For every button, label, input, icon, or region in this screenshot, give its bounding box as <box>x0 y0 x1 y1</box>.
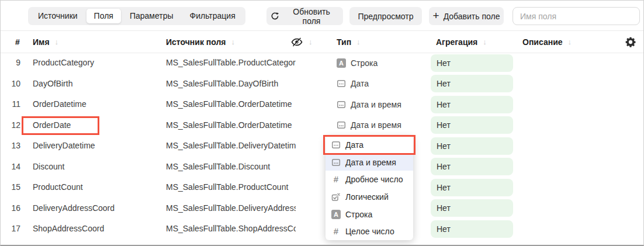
type-option-label: Дата и время <box>345 158 396 167</box>
date-type-icon <box>331 140 341 150</box>
field-name-cell[interactable]: Discount <box>33 157 64 178</box>
sort-icon[interactable]: ↓ <box>483 37 487 46</box>
refresh-fields-button[interactable]: Обновить поля <box>266 7 343 25</box>
type-option-string[interactable]: A Строка <box>326 206 413 223</box>
aggregation-cell[interactable]: Нет <box>431 137 513 155</box>
field-type-label: Строка <box>351 58 378 68</box>
field-name-cell[interactable]: DeliveryDatetime <box>33 136 95 157</box>
field-name-cell[interactable]: OrderDate <box>33 115 71 136</box>
tab-parameters[interactable]: Параметры <box>122 9 181 23</box>
row-number: 13 <box>9 136 20 157</box>
integer-type-icon: # <box>331 227 341 236</box>
type-option-label: Целое число <box>345 227 394 236</box>
sort-icon[interactable]: ↓ <box>309 37 313 46</box>
datetime-type-icon <box>337 120 346 130</box>
field-source-cell[interactable]: MS_SalesFullTable.DayOfBirth <box>166 74 296 95</box>
tab-fields[interactable]: Поля <box>86 9 121 23</box>
column-header-name: Имя ↓ <box>33 31 58 53</box>
aggregation-cell[interactable]: Нет <box>431 54 513 72</box>
field-name-input[interactable] <box>513 7 640 25</box>
eye-crossed-icon[interactable] <box>290 36 303 48</box>
field-type-cell[interactable]: Дата <box>337 74 369 95</box>
sort-icon[interactable]: ↓ <box>55 37 59 46</box>
plus-icon: + <box>433 10 439 21</box>
aggregation-cell[interactable]: Нет <box>431 158 513 175</box>
field-type-cell[interactable]: Дата и время <box>337 115 401 136</box>
aggregation-cell[interactable]: Нет <box>431 116 513 134</box>
column-header-name-label: Имя <box>33 37 50 47</box>
type-option-boolean[interactable]: Логический <box>326 188 413 206</box>
type-option-date[interactable]: Дата <box>326 136 413 154</box>
field-name-cell[interactable]: ShopAddressCoord <box>33 219 104 240</box>
dataset-fields-page: Источники Поля Параметры Фильтрация Обно… <box>0 0 644 246</box>
table-row: 13 DeliveryDatetime MS_SalesFullTable.De… <box>1 136 643 157</box>
datetime-type-icon <box>337 100 346 109</box>
number-type-icon: # <box>331 175 341 184</box>
field-name-cell[interactable]: DeliveryAddressCoord <box>33 198 115 219</box>
field-source-cell[interactable]: MS_SalesFullTable.DeliveryDatetime <box>166 136 296 157</box>
table-settings-button[interactable] <box>625 31 636 53</box>
type-option-float[interactable]: # Дробное число <box>326 171 413 188</box>
table-row: 15 ProductCount MS_SalesFullTable.Produc… <box>1 177 643 198</box>
field-type-cell[interactable]: A Строка <box>337 53 378 74</box>
refresh-fields-label: Обновить поля <box>283 7 340 26</box>
sort-icon[interactable]: ↓ <box>356 37 361 46</box>
tab-sources[interactable]: Источники <box>30 9 85 23</box>
aggregation-cell[interactable]: Нет <box>431 199 513 217</box>
aggregation-cell[interactable]: Нет <box>431 75 513 92</box>
table-row: 9 ProductCategory MS_SalesFullTable.Prod… <box>1 53 643 74</box>
add-field-button[interactable]: + Добавить поле <box>429 7 504 25</box>
row-number: 9 <box>9 53 20 74</box>
column-header-type-label: Тип <box>337 37 351 47</box>
tab-filtering[interactable]: Фильтрация <box>182 9 243 23</box>
sort-icon[interactable]: ↓ <box>231 37 236 46</box>
column-header-type: Тип ↓ <box>337 31 361 53</box>
field-name-cell[interactable]: OrderDatetime <box>33 94 86 115</box>
row-number: 14 <box>9 157 20 178</box>
field-name-cell[interactable]: ProductCount <box>33 177 83 198</box>
field-source-cell[interactable]: MS_SalesFullTable.OrderDatetime <box>166 94 296 115</box>
table-row: 10 DayOfBirth MS_SalesFullTable.DayOfBir… <box>1 74 643 95</box>
datetime-type-icon <box>331 158 341 167</box>
tab-bar: Источники Поля Параметры Фильтрация <box>28 7 245 25</box>
field-type-label: Дата и время <box>351 120 401 130</box>
string-type-icon: A <box>337 58 346 68</box>
column-header-aggregation: Агрегация ↓ <box>436 31 487 53</box>
column-header-source-label: Источник поля <box>166 37 226 47</box>
preview-label: Предпросмотр <box>358 12 414 21</box>
type-option-integer[interactable]: # Целое число <box>326 223 413 240</box>
type-dropdown-menu: Дата Дата и время # Дробное число <box>326 136 413 240</box>
aggregation-cell[interactable]: Нет <box>431 179 513 196</box>
type-option-datetime[interactable]: Дата и время <box>326 154 413 171</box>
field-source-cell[interactable]: MS_SalesFullTable.Discount <box>166 157 296 178</box>
row-number: 15 <box>9 177 20 198</box>
field-source-cell[interactable]: MS_SalesFullTable.ProductCount <box>166 177 296 198</box>
sort-icon[interactable]: ↓ <box>568 37 572 46</box>
field-name-cell[interactable]: DayOfBirth <box>33 74 72 95</box>
field-type-label: Дата и время <box>351 100 401 109</box>
field-source-cell[interactable]: MS_SalesFullTable.ProductCategory <box>166 53 296 74</box>
toolbar: Источники Поля Параметры Фильтрация Обно… <box>1 1 643 31</box>
refresh-icon <box>270 12 279 21</box>
table-row: 17 ShopAddressCoord MS_SalesFullTable.Sh… <box>1 219 643 240</box>
type-option-label: Дробное число <box>345 175 403 184</box>
table-body: 9 ProductCategory MS_SalesFullTable.Prod… <box>1 53 643 240</box>
preview-button[interactable]: Предпросмотр <box>349 7 422 25</box>
aggregation-cell[interactable]: Нет <box>431 96 513 113</box>
field-source-cell[interactable]: MS_SalesFullTable.DeliveryAddressCoord <box>166 198 296 219</box>
column-header-visibility: ↓ <box>290 31 313 53</box>
boolean-type-icon <box>331 192 341 202</box>
column-header-description: Описание ↓ <box>522 31 572 53</box>
add-field-label: Добавить поле <box>444 12 500 21</box>
field-type-cell[interactable]: Дата и время <box>337 94 401 115</box>
column-header-number: # <box>15 31 20 53</box>
field-source-cell[interactable]: MS_SalesFullTable.ShopAddressCoord <box>166 219 296 240</box>
field-name-cell[interactable]: ProductCategory <box>33 53 94 74</box>
field-source-cell[interactable]: MS_SalesFullTable.OrderDatetime <box>166 115 296 136</box>
row-number: 16 <box>9 198 20 219</box>
aggregation-cell[interactable]: Нет <box>431 220 513 238</box>
gear-icon <box>625 36 636 48</box>
type-option-label: Дата <box>345 140 363 150</box>
table-header: # Имя ↓ Источник поля ↓ ↓ Тип ↓ <box>1 31 643 53</box>
column-header-description-label: Описание <box>522 37 563 47</box>
